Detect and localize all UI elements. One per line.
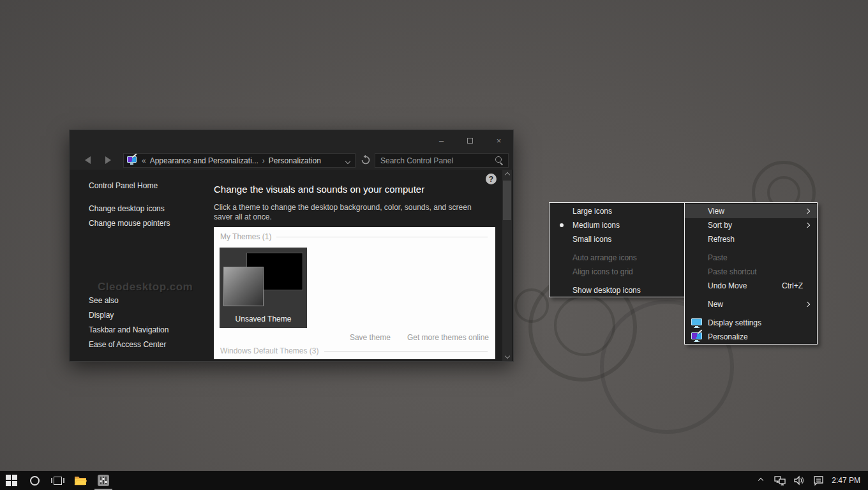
maximize-button[interactable] (456, 130, 484, 151)
menu-item-label: Show desktop icons (572, 286, 641, 295)
menu-item-label: Medium icons (572, 221, 620, 230)
menu-item-label: Align icons to grid (572, 267, 633, 276)
submenu-chevron-icon (805, 223, 810, 228)
search-box[interactable] (375, 153, 509, 168)
page-description: Click a theme to change the desktop back… (214, 203, 492, 222)
menu-item-label: View (708, 207, 724, 216)
scroll-up-button[interactable] (502, 170, 512, 180)
action-center-button[interactable] (809, 471, 828, 490)
show-hidden-icons-button[interactable] (751, 471, 770, 490)
main-pane: Change the visuals and sounds on your co… (214, 170, 502, 361)
desktop-wallpaper-ring (514, 288, 549, 323)
cortana-button[interactable] (23, 471, 46, 490)
maximize-icon (467, 138, 473, 144)
menu-item-label: Sort by (708, 221, 732, 230)
start-button[interactable] (0, 471, 23, 490)
window-body: ? Control Panel Home Change desktop icon… (70, 170, 513, 361)
menu-item-label: Undo Move (708, 281, 747, 290)
menu-item-label: Paste shortcut (708, 267, 757, 276)
sidebar-item-ease-of-access-center[interactable]: Ease of Access Center (89, 340, 166, 349)
chevron-up-icon (758, 478, 763, 483)
menu-item-new[interactable]: New (685, 297, 817, 311)
navigation-bar: « Appearance and Personalizati... › Pers… (70, 151, 513, 170)
menu-item-sort-by[interactable]: Sort by (685, 218, 817, 232)
settings-sliders-icon (97, 474, 110, 487)
theme-tile-unsaved[interactable]: Unsaved Theme (220, 248, 307, 328)
sidebar-item-change-desktop-icons[interactable]: Change desktop icons (89, 204, 165, 213)
view-submenu: Large icons Medium icons Small icons Aut… (549, 202, 685, 297)
radio-dot-icon (560, 223, 564, 227)
desktop-context-menu: View Sort by Refresh Paste Paste shortcu… (684, 202, 818, 345)
windows-default-themes-header: Windows Default Themes (3) (220, 346, 490, 355)
minimize-icon: – (439, 136, 444, 145)
breadcrumb-current[interactable]: Personalization (269, 156, 321, 165)
watermark: Cleodesktop.com (98, 281, 193, 293)
sidebar-item-display[interactable]: Display (89, 311, 114, 320)
file-explorer-button[interactable] (69, 471, 92, 490)
menu-item-display-settings[interactable]: Display settings (685, 316, 817, 330)
menu-item-show-desktop-icons[interactable]: Show desktop icons (550, 283, 684, 297)
menu-item-paste-shortcut[interactable]: Paste shortcut (685, 265, 817, 279)
close-button[interactable]: × (484, 130, 513, 151)
menu-item-small-icons[interactable]: Small icons (550, 232, 684, 246)
search-input[interactable] (375, 156, 494, 165)
personalization-icon (127, 156, 138, 165)
themes-panel: My Themes (1) Unsaved Theme Save theme G… (214, 227, 495, 359)
menu-item-personalize[interactable]: Personalize (685, 330, 817, 344)
submenu-chevron-icon (805, 302, 810, 307)
my-themes-header: My Themes (1) (220, 232, 490, 241)
taskbar-clock[interactable]: 2:47 PM (828, 476, 868, 485)
menu-item-view[interactable]: View (685, 204, 817, 218)
breadcrumb-dropdown[interactable] (346, 156, 350, 165)
sidebar-item-change-mouse-pointers[interactable]: Change mouse pointers (89, 219, 170, 228)
menu-separator (550, 279, 684, 283)
forward-button[interactable] (105, 156, 111, 164)
windows-default-themes-label: Windows Default Themes (3) (220, 346, 319, 355)
network-button[interactable] (770, 471, 789, 490)
save-theme-link[interactable]: Save theme (350, 333, 391, 342)
control-panel-app-button[interactable] (92, 471, 115, 490)
menu-item-align-icons-to-grid[interactable]: Align icons to grid (550, 265, 684, 279)
menu-separator (685, 293, 817, 297)
menu-separator (685, 246, 817, 251)
desktop: – × « Appearance and Personalizati... › (0, 0, 868, 490)
windows-logo-icon (6, 475, 17, 486)
taskbar: 2:47 PM (0, 471, 868, 490)
back-button[interactable] (85, 156, 91, 164)
see-also-header: See also (89, 296, 119, 305)
breadcrumb-overflow-chevrons[interactable]: « (142, 156, 146, 165)
sidebar-item-taskbar-and-navigation[interactable]: Taskbar and Navigation (89, 325, 168, 334)
task-view-button[interactable] (46, 471, 69, 490)
menu-item-medium-icons[interactable]: Medium icons (550, 218, 684, 232)
menu-item-undo-move[interactable]: Undo Move Ctrl+Z (685, 279, 817, 293)
breadcrumb[interactable]: « Appearance and Personalizati... › Pers… (123, 153, 355, 168)
breadcrumb-parent[interactable]: Appearance and Personalizati... (150, 156, 258, 165)
scrollbar[interactable] (502, 170, 512, 361)
page-title: Change the visuals and sounds on your co… (214, 184, 424, 195)
theme-name: Unsaved Theme (220, 315, 307, 323)
sidebar-item-control-panel-home[interactable]: Control Panel Home (89, 181, 158, 190)
personalization-window: – × « Appearance and Personalizati... › (69, 130, 514, 362)
speaker-icon (793, 475, 805, 486)
file-explorer-icon (74, 475, 87, 486)
personalize-icon (691, 332, 702, 341)
menu-item-refresh[interactable]: Refresh (685, 232, 817, 246)
minimize-button[interactable]: – (427, 130, 456, 151)
my-themes-rule (276, 237, 488, 237)
cortana-icon (30, 476, 40, 486)
menu-item-large-icons[interactable]: Large icons (550, 204, 684, 218)
refresh-button[interactable] (360, 154, 371, 166)
scroll-down-button[interactable] (502, 351, 512, 361)
search-icon[interactable] (494, 156, 504, 166)
windows-default-themes-rule (324, 351, 488, 352)
menu-item-auto-arrange-icons[interactable]: Auto arrange icons (550, 251, 684, 265)
menu-item-paste[interactable]: Paste (685, 251, 817, 265)
menu-item-label: Refresh (708, 235, 735, 244)
breadcrumb-separator: › (262, 156, 265, 165)
close-icon: × (497, 136, 502, 145)
menu-item-label: Auto arrange icons (572, 253, 637, 262)
volume-button[interactable] (789, 471, 809, 490)
get-more-themes-link[interactable]: Get more themes online (407, 333, 489, 342)
scrollbar-thumb[interactable] (503, 181, 511, 220)
titlebar[interactable]: – × (70, 130, 513, 151)
